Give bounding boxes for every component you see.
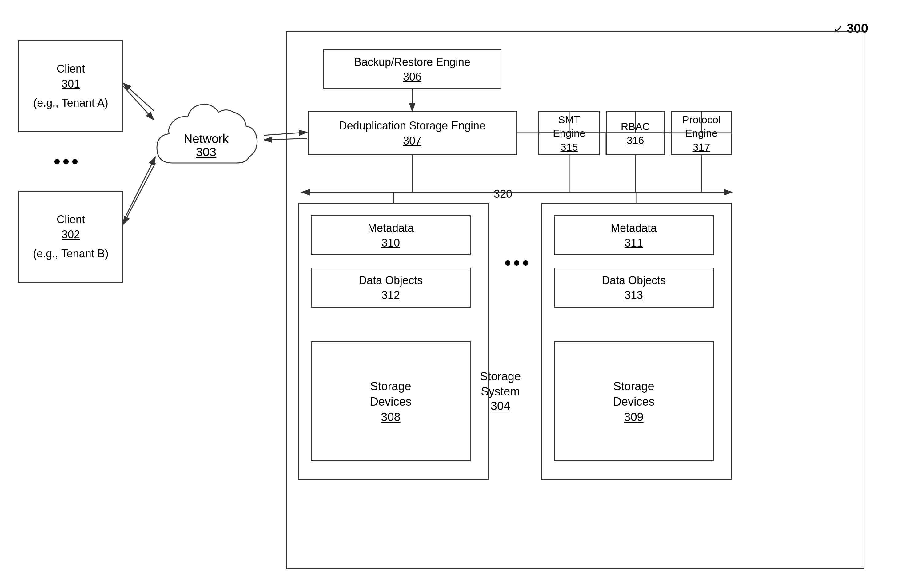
client-301-number: 301: [61, 78, 80, 91]
rbac-number: 316: [626, 134, 644, 146]
storage-devices-309-label: Storage Devices: [613, 379, 655, 409]
metadata-311-label: Metadata: [611, 221, 657, 236]
storage-devices-308-label: Storage Devices: [370, 379, 411, 409]
client-301-sublabel: (e.g., Tenant A): [33, 96, 108, 110]
metadata-310-number: 310: [382, 236, 400, 249]
client-302-box: Client 302 (e.g., Tenant B): [19, 191, 123, 283]
dedup-storage-number: 307: [403, 134, 421, 147]
data-objects-312-number: 312: [382, 289, 400, 302]
rbac-box: RBAC 316: [606, 111, 664, 155]
client-302-label: Client: [56, 213, 85, 227]
data-objects-313-number: 313: [625, 289, 643, 302]
client-302-number: 302: [61, 228, 80, 241]
diagram-container: ↙ 300 Client 301 (e.g., Tenant A) ••• Cl…: [0, 0, 902, 588]
ref-320: 320: [494, 188, 512, 200]
dots-between-storage: •••: [504, 252, 531, 274]
client-302-sublabel: (e.g., Tenant B): [33, 247, 108, 261]
client-301-label: Client: [56, 62, 85, 76]
svg-text:Network: Network: [184, 132, 229, 145]
protocol-engine-box: Protocol Engine 317: [671, 111, 732, 155]
storage-devices-309-box: Storage Devices 309: [554, 341, 714, 461]
svg-text:303: 303: [196, 145, 216, 159]
smt-engine-number: 315: [561, 141, 578, 153]
metadata-311-box: Metadata 311: [554, 215, 714, 255]
rbac-label: RBAC: [621, 120, 650, 133]
storage-devices-308-number: 308: [381, 411, 400, 424]
data-objects-313-box: Data Objects 313: [554, 267, 714, 308]
storage-devices-308-box: Storage Devices 308: [311, 341, 471, 461]
backup-restore-label: Backup/Restore Engine: [354, 55, 470, 69]
client-301-box: Client 301 (e.g., Tenant A): [19, 40, 123, 132]
data-objects-313-label: Data Objects: [602, 274, 666, 288]
metadata-311-number: 311: [625, 236, 643, 249]
dedup-storage-label: Deduplication Storage Engine: [339, 119, 485, 133]
smt-engine-label: SMT Engine: [553, 113, 586, 140]
dots-between-clients: •••: [54, 151, 81, 172]
storage-devices-309-number: 309: [624, 411, 643, 424]
dedup-storage-box: Deduplication Storage Engine 307: [308, 111, 517, 155]
data-objects-312-box: Data Objects 312: [311, 267, 471, 308]
backup-restore-box: Backup/Restore Engine 306: [323, 49, 501, 89]
metadata-310-box: Metadata 310: [311, 215, 471, 255]
protocol-engine-number: 317: [693, 141, 710, 153]
network-cloud: Network 303: [148, 89, 265, 188]
smt-engine-box: SMT Engine 315: [539, 111, 600, 155]
metadata-310-label: Metadata: [368, 221, 414, 236]
backup-restore-number: 306: [403, 70, 421, 83]
protocol-engine-label: Protocol Engine: [682, 113, 721, 140]
data-objects-312-label: Data Objects: [359, 274, 423, 288]
